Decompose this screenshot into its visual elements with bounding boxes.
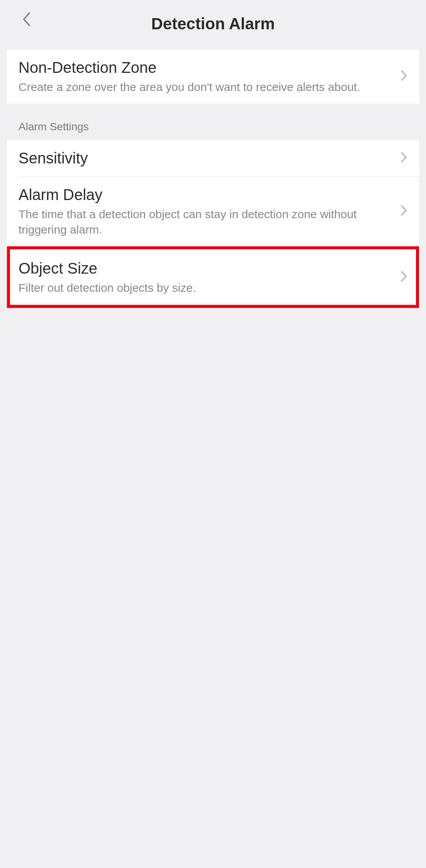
chevron-right-icon	[401, 205, 407, 218]
chevron-right-icon	[401, 70, 407, 83]
non-detection-zone-subtitle: Create a zone over the area you don't wa…	[19, 79, 393, 95]
chevron-right-icon	[401, 271, 407, 284]
alarm-delay-row[interactable]: Alarm Delay The time that a detection ob…	[7, 177, 419, 246]
chevron-right-icon	[401, 151, 407, 165]
sensitivity-row[interactable]: Sensitivity	[7, 140, 419, 176]
alarm-settings-header: Alarm Settings	[7, 104, 419, 140]
sensitivity-title: Sensitivity	[19, 148, 393, 168]
page-title: Detection Alarm	[19, 15, 407, 33]
object-size-row[interactable]: Object Size Filter out detection objects…	[10, 249, 416, 305]
chevron-left-icon	[22, 12, 30, 27]
non-detection-zone-title: Non-Detection Zone	[19, 58, 393, 77]
alarm-delay-subtitle: The time that a detection object can sta…	[19, 207, 393, 238]
back-button[interactable]	[19, 12, 34, 27]
alarm-delay-title: Alarm Delay	[19, 185, 393, 204]
non-detection-zone-row[interactable]: Non-Detection Zone Create a zone over th…	[7, 49, 419, 104]
object-size-subtitle: Filter out detection objects by size.	[19, 280, 393, 296]
object-size-title: Object Size	[19, 259, 393, 278]
object-size-highlight: Object Size Filter out detection objects…	[7, 246, 419, 308]
header: Detection Alarm	[7, 7, 419, 49]
